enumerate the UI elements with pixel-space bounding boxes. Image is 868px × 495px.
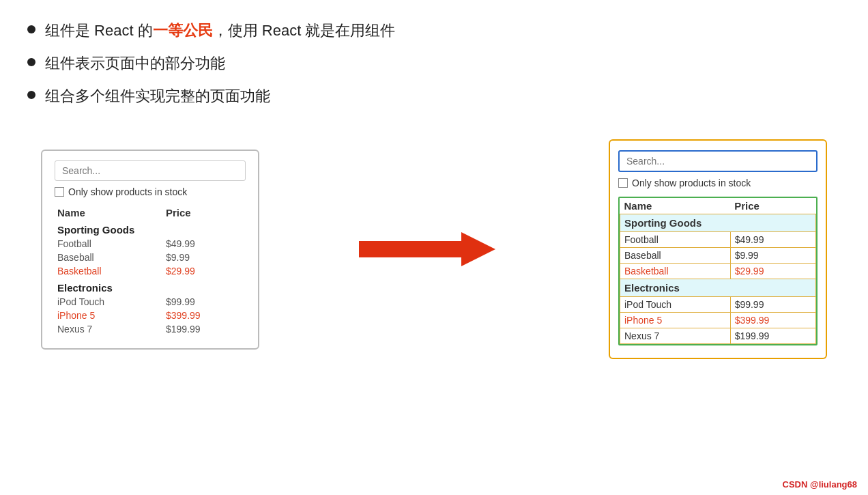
right-product-iphone: iPhone 5 $399.99 — [620, 313, 816, 328]
right-product-price-iphone: $399.99 — [730, 313, 815, 328]
right-col-price: Price — [730, 198, 815, 214]
right-product-name-nexus: Nexus 7 — [620, 328, 731, 344]
bullet-item-3: 组合多个组件实现完整的页面功能 — [27, 86, 841, 107]
right-checkbox-label: Only show products in stock — [632, 178, 751, 188]
right-product-name-basketball: Basketball — [620, 264, 731, 279]
highlight-text: 一等公民 — [153, 22, 213, 39]
left-product-table: Name Price Sporting Goods Football $49.9… — [55, 206, 246, 336]
left-cat-name-sporting: Sporting Goods — [55, 220, 246, 237]
right-category-electronics: Electronics — [620, 279, 816, 297]
right-table-wrapper: Name Price Sporting Goods Football $49.9… — [618, 197, 818, 345]
right-product-price-basketball: $29.99 — [730, 264, 815, 279]
bullet-text-3: 组合多个组件实现完整的页面功能 — [45, 86, 270, 107]
right-product-baseball: Baseball $9.99 — [620, 248, 816, 264]
left-col-price: Price — [163, 206, 246, 220]
right-product-name-ipod: iPod Touch — [620, 297, 731, 313]
bullet-text-1: 组件是 React 的一等公民，使用 React 就是在用组件 — [45, 20, 395, 41]
right-checkbox[interactable] — [618, 178, 628, 188]
left-cat-name-electronics: Electronics — [55, 278, 246, 295]
right-product-football: Football $49.99 — [620, 232, 816, 248]
left-category-electronics: Electronics — [55, 278, 246, 295]
right-product-name-iphone: iPhone 5 — [620, 313, 731, 328]
left-col-name: Name — [55, 206, 163, 220]
left-product-iphone: iPhone 5 $399.99 — [55, 309, 246, 322]
right-panel: Only show products in stock Name Price S… — [609, 139, 827, 359]
bullet-dot-3 — [27, 91, 35, 99]
arrow-container — [259, 229, 595, 270]
right-product-price-baseball: $9.99 — [730, 248, 815, 264]
right-product-nexus: Nexus 7 $199.99 — [620, 328, 816, 344]
bullet-list: 组件是 React 的一等公民，使用 React 就是在用组件 组件表示页面中的… — [0, 0, 868, 132]
left-category-sporting: Sporting Goods — [55, 220, 246, 237]
left-product-price-nexus: $199.99 — [163, 322, 246, 336]
bullet-item-2: 组件表示页面中的部分功能 — [27, 53, 841, 74]
left-product-name-baseball: Baseball — [55, 251, 163, 264]
bullet-text-2: 组件表示页面中的部分功能 — [45, 53, 225, 74]
bullet-dot-2 — [27, 58, 35, 66]
right-product-name-football: Football — [620, 232, 731, 248]
right-product-table: Name Price Sporting Goods Football $49.9… — [620, 198, 816, 344]
left-product-name-ipod: iPod Touch — [55, 295, 163, 309]
left-product-basketball: Basketball $29.99 — [55, 264, 246, 278]
left-panel: Only show products in stock Name Price S… — [41, 150, 259, 350]
left-product-price-iphone: $399.99 — [163, 309, 246, 322]
right-product-price-nexus: $199.99 — [730, 328, 815, 344]
right-checkbox-row: Only show products in stock — [618, 178, 818, 188]
right-product-name-baseball: Baseball — [620, 248, 731, 264]
svg-marker-0 — [359, 232, 495, 266]
left-product-name-nexus: Nexus 7 — [55, 322, 163, 336]
right-product-basketball: Basketball $29.99 — [620, 264, 816, 279]
right-col-name: Name — [620, 198, 731, 214]
right-category-sporting: Sporting Goods — [620, 214, 816, 232]
left-checkbox-row: Only show products in stock — [55, 186, 246, 197]
right-product-price-football: $49.99 — [730, 232, 815, 248]
left-product-football: Football $49.99 — [55, 237, 246, 251]
left-product-price-football: $49.99 — [163, 237, 246, 251]
bullet-item-1: 组件是 React 的一等公民，使用 React 就是在用组件 — [27, 20, 841, 41]
left-product-name-football: Football — [55, 237, 163, 251]
right-search-input[interactable] — [618, 150, 818, 172]
bullet-dot — [27, 25, 35, 33]
left-product-baseball: Baseball $9.99 — [55, 251, 246, 264]
left-search-input[interactable] — [55, 160, 246, 181]
diagrams-row: Only show products in stock Name Price S… — [0, 139, 868, 359]
left-product-ipod: iPod Touch $99.99 — [55, 295, 246, 309]
left-product-name-basketball: Basketball — [55, 264, 163, 278]
left-product-nexus: Nexus 7 $199.99 — [55, 322, 246, 336]
right-product-ipod: iPod Touch $99.99 — [620, 297, 816, 313]
left-checkbox-label: Only show products in stock — [68, 186, 187, 197]
right-cat-name-sporting: Sporting Goods — [620, 214, 816, 232]
left-product-price-ipod: $99.99 — [163, 295, 246, 309]
right-cat-name-electronics: Electronics — [620, 279, 816, 297]
right-arrow-icon — [359, 229, 495, 270]
left-product-price-basketball: $29.99 — [163, 264, 246, 278]
right-product-price-ipod: $99.99 — [730, 297, 815, 313]
left-product-price-baseball: $9.99 — [163, 251, 246, 264]
watermark: CSDN @liulang68 — [783, 479, 857, 490]
left-product-name-iphone: iPhone 5 — [55, 309, 163, 322]
left-checkbox[interactable] — [55, 187, 64, 197]
